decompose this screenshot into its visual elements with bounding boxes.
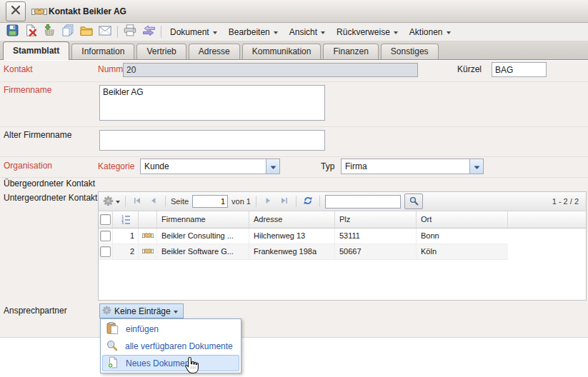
chevron-down-icon [116,201,120,203]
row-select-cell[interactable] [99,244,113,259]
table-row[interactable]: 2 Beikler Software G... Frankenweg 198a … [99,244,508,260]
row-firmenname: Firmenname Beikler AG [0,81,588,127]
cell-adresse: Frankenweg 198a [249,244,335,259]
kuerzel-label: Kürzel [457,64,482,74]
tab-finanzen[interactable]: Finanzen [323,44,378,59]
tab-sonstiges[interactable]: Sonstiges [381,44,439,59]
delete-button[interactable] [21,24,40,40]
row-number-cell: 2 [113,244,139,259]
untergeordnete-kontakte-grid: Seite von 1 [98,191,587,301]
cell-ort: Köln [417,244,508,259]
table-row[interactable]: 1 Beikler Consulting ... Hilchenweg 13 5… [99,228,508,244]
column-header-adresse[interactable]: Adresse [249,211,335,228]
menu-item-einfuegen[interactable]: einfügen [102,321,239,338]
column-header-ort[interactable]: Ort [417,211,508,228]
page-of-label: von 1 [231,197,251,206]
untergeordneter-kontakt-label: Untergeordneter Kontakt [4,193,97,203]
row-ansprechpartner: Ansprechpartner Keine Einträge [0,302,588,338]
next-page-button[interactable] [261,194,274,208]
kategorie-label: Kategorie [98,161,134,171]
prev-page-button[interactable] [147,194,160,208]
row-number-cell: 1 [113,228,139,243]
last-page-button[interactable] [278,194,291,208]
grid-toolbar-separator [296,196,297,207]
organisation-label: Organisation [4,161,52,171]
close-button[interactable] [6,1,26,21]
typ-trigger[interactable] [469,159,483,174]
transfer-icon [142,25,156,39]
tabstrip: Stammblatt Information Vertrieb Adresse … [0,41,588,60]
import-button[interactable] [40,24,59,40]
close-icon [10,4,21,19]
refresh-button[interactable] [302,194,314,208]
kategorie-trigger[interactable] [266,159,279,174]
select-all-checkbox[interactable] [100,214,111,225]
kategorie-value: Kunde [141,159,266,174]
save-button[interactable] [3,24,21,40]
toolbar-separator [161,26,161,38]
print-button[interactable] [121,24,139,40]
grid-toolbar-separator [165,196,166,207]
column-header-firmenname[interactable]: Firmenname [157,211,249,228]
copy-icon [61,24,74,39]
email-button[interactable] [96,24,114,40]
menu-item-alle-dokumente[interactable]: alle verfügbaren Dokumente [102,338,239,355]
row-checkbox[interactable] [100,246,111,257]
alter-firmenname-label: Alter Firmenname [4,130,71,140]
handshake-icon [31,5,47,21]
grid-settings-button[interactable] [103,194,120,208]
menu-item-label: alle verfügbaren Dokumente [125,341,233,351]
tab-adresse[interactable]: Adresse [189,44,240,59]
kontakt-label: Kontakt [4,64,33,74]
menu-dokument-label: Dokument [170,27,209,37]
paste-icon [106,322,119,336]
row-untergeordneter: Untergeordneter Kontakt [0,190,588,302]
menu-item-neues-dokument[interactable]: Neues Dokument [102,355,239,371]
chevron-down-icon [174,311,178,313]
menu-item-label: Neues Dokument [126,358,192,368]
transfer-button[interactable] [139,24,158,40]
first-page-icon [133,196,141,206]
typ-value: Firma [342,159,469,174]
firmenname-field[interactable]: Beikler AG [99,85,325,121]
tab-kommunikation[interactable]: Kommunikation [242,44,322,59]
folder-button[interactable] [77,24,96,40]
column-header-plz[interactable]: Plz [335,211,417,228]
tab-information[interactable]: Information [71,44,134,59]
grid-search-button[interactable] [404,193,423,209]
handshake-icon [142,231,154,241]
first-page-button[interactable] [131,194,144,208]
menu-dokument[interactable]: Dokument [164,24,223,40]
row-select-cell[interactable] [99,228,113,243]
save-icon [6,24,19,39]
menu-bearbeiten-label: Bearbeiten [229,27,270,37]
tab-vertrieb[interactable]: Vertrieb [136,44,186,59]
toolbar: Dokument Bearbeiten Ansicht Rückverweise… [0,23,588,41]
grid-search-input[interactable] [325,195,401,208]
menu-ansicht[interactable]: Ansicht [284,24,331,40]
menu-bearbeiten[interactable]: Bearbeiten [223,24,284,40]
kuerzel-field[interactable] [492,62,547,77]
row-checkbox[interactable] [100,231,111,241]
handshake-icon [142,246,154,257]
menu-aktionen[interactable]: Aktionen [404,24,457,40]
folder-icon [80,25,93,39]
type-icon-header[interactable] [139,211,157,228]
page-number-input[interactable] [192,195,228,208]
chevron-down-icon [394,31,398,34]
keine-eintraege-label: Keine Einträge [114,306,171,316]
keine-eintraege-button[interactable]: Keine Einträge [99,303,184,318]
cell-plz: 53111 [335,228,417,243]
row-number-header: 123 [113,211,139,228]
select-all-header[interactable] [99,211,113,228]
tab-stammblatt[interactable]: Stammblatt [3,41,69,60]
kategorie-select[interactable]: Kunde [140,159,280,174]
copy-button[interactable] [59,24,77,40]
alter-firmenname-field[interactable] [99,130,325,151]
typ-select[interactable]: Firma [341,159,484,174]
grid-toolbar: Seite von 1 [99,192,586,211]
nummer-field[interactable] [123,63,418,77]
menu-rueckverweise[interactable]: Rückverweise [331,24,404,40]
delete-document-icon [25,24,37,39]
svg-text:3: 3 [121,221,124,224]
